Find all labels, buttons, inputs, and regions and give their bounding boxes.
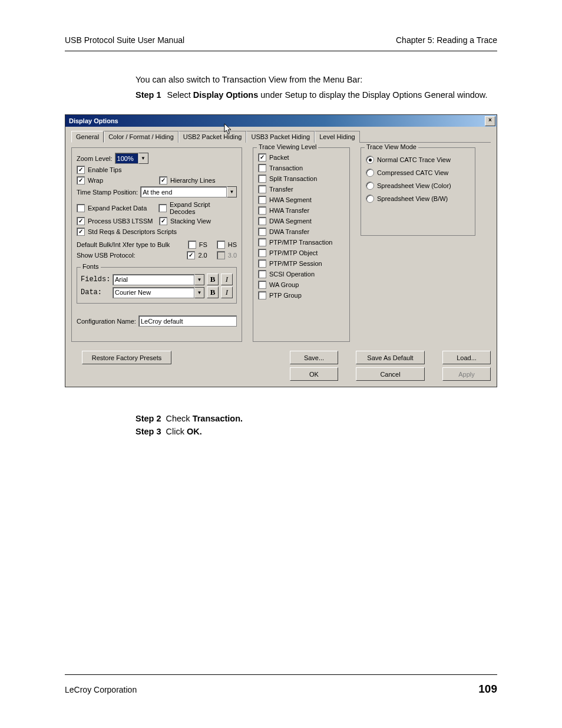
trace-view-mode-legend: Trace View Mode [365,143,418,150]
data-italic-button[interactable]: I [221,286,233,298]
trace-level-item-label: Split Transaction [269,175,317,182]
trace-level-item-label: DWA Segment [269,218,312,225]
trace-level-item-label: HWA Segment [269,196,312,203]
data-bold-button[interactable]: B [207,286,219,298]
data-font-combo[interactable]: Courier New ▼ [113,287,204,298]
checkbox-icon [258,281,266,289]
enable-tips-checkbox[interactable]: Enable Tips [77,166,121,174]
stacking-view-label: Stacking View [170,218,211,225]
expand-packet-data-checkbox[interactable]: Expand Packet Data [77,204,156,212]
save-button[interactable]: Save... [290,351,338,364]
trace-mode-spreadsheet-view-color--radio[interactable]: Spreadsheet View (Color) [366,182,451,190]
close-button[interactable]: × [485,116,495,126]
trace-level-dwa-segment-checkbox[interactable]: DWA Segment [258,217,312,225]
load-button[interactable]: Load... [442,351,491,364]
hs-checkbox[interactable]: HS [217,241,237,249]
footer-rule [65,674,497,675]
tab-usb3-packet-hiding[interactable]: USB3 Packet Hiding [246,131,315,143]
process-usb3-ltssm-label: Process USB3 LTSSM [88,218,153,225]
trace-mode-normal-catc-trace-view-radio[interactable]: Normal CATC Trace View [366,156,451,164]
chevron-down-icon[interactable]: ▼ [194,274,204,285]
fields-italic-button[interactable]: I [221,274,233,285]
trace-level-item-label: SCSI Operation [269,271,315,278]
trace-level-item-label: DWA Transfer [269,228,309,235]
checkbox-icon [77,204,85,212]
fs-checkbox[interactable]: FS [188,241,207,249]
fields-font-label: Fields: [81,275,110,284]
trace-view-mode-group: Trace View Mode Normal CATC Trace ViewCo… [361,147,475,236]
show-usb-protocol-label: Show USB Protocol: [77,252,184,259]
checkbox-icon [258,153,266,162]
checkbox-icon [77,217,85,225]
checkbox-icon [77,176,85,185]
trace-level-packet-checkbox[interactable]: Packet [258,153,289,162]
trace-level-ptp-mtp-transaction-checkbox[interactable]: PTP/MTP Transaction [258,238,332,246]
trace-level-split-transaction-checkbox[interactable]: Split Transaction [258,174,317,183]
trace-level-ptp-group-checkbox[interactable]: PTP Group [258,291,302,299]
trace-mode-spreadsheet-view-b-w--radio[interactable]: Spreadsheet View (B/W) [366,195,448,203]
title-bar: Display Options × [65,115,497,127]
step2-prefix: Check [166,414,193,423]
step2-label: Step 2 [135,414,161,423]
header-left: USB Protocol Suite User Manual [65,35,184,45]
expand-script-decodes-checkbox[interactable]: Expand Script Decodes [158,201,237,215]
save-as-default-button[interactable]: Save As Default [356,351,425,364]
hierarchy-lines-checkbox[interactable]: Hierarchy Lines [159,176,215,185]
hierarchy-lines-label: Hierarchy Lines [170,177,215,184]
ok-button[interactable]: OK [290,367,338,381]
process-usb3-ltssm-checkbox[interactable]: Process USB3 LTSSM [77,217,157,225]
step3-prefix: Click [166,427,187,436]
restore-factory-presets-button[interactable]: Restore Factory Presets [82,351,171,364]
tab-level-hiding[interactable]: Level Hiding [315,131,360,143]
checkbox-icon [77,228,85,236]
trace-level-dwa-transfer-checkbox[interactable]: DWA Transfer [258,228,309,236]
title-bar-text: Display Options [69,117,118,124]
checkbox-icon [188,241,196,249]
trace-level-scsi-operation-checkbox[interactable]: SCSI Operation [258,270,315,278]
configuration-name-input[interactable]: LeCroy default [138,315,237,327]
data-font-value: Courier New [113,287,194,298]
expand-packet-data-label: Expand Packet Data [88,205,147,212]
step1-bold: Display Options [193,90,258,100]
zoom-level-combo[interactable]: 100% ▼ [115,153,148,164]
std-reqs-checkbox[interactable]: Std Reqs & Descriptors Scripts [77,228,177,236]
wrap-checkbox[interactable]: Wrap [77,176,157,185]
trace-level-transfer-checkbox[interactable]: Transfer [258,185,293,193]
trace-mode-compressed-catc-view-radio[interactable]: Compressed CATC View [366,169,448,177]
trace-level-transaction-checkbox[interactable]: Transaction [258,164,303,172]
fields-font-combo[interactable]: Arial ▼ [113,274,204,285]
chevron-down-icon[interactable]: ▼ [227,186,237,197]
tab-color-format-hiding[interactable]: Color / Format / Hiding [104,131,178,143]
page-number: 109 [478,683,497,696]
step3-body: Click OK. [166,427,491,436]
trace-level-ptp-mtp-session-checkbox[interactable]: PTP/MTP Session [258,259,322,268]
time-stamp-position-combo[interactable]: At the end ▼ [140,186,237,197]
fields-font-value: Arial [113,274,194,285]
stacking-view-checkbox[interactable]: Stacking View [159,217,211,225]
apply-button[interactable]: Apply [442,367,491,381]
checkbox-icon [258,228,266,236]
checkbox-icon [258,164,266,172]
fields-bold-button[interactable]: B [207,274,219,285]
trace-level-hwa-segment-checkbox[interactable]: HWA Segment [258,196,312,204]
chevron-down-icon[interactable]: ▼ [138,153,148,164]
tab-general[interactable]: General [71,131,104,143]
step1-label: Step 1 [135,90,161,100]
cancel-button[interactable]: Cancel [356,367,425,381]
checkbox-icon [258,259,266,268]
chevron-down-icon[interactable]: ▼ [194,287,204,298]
step2-bold: Transaction. [193,414,243,423]
step2-body: Check Transaction. [166,414,491,423]
tab-usb2-packet-hiding[interactable]: USB2 Packet Hiding [178,131,247,143]
trace-level-item-label: PTP/MTP Object [269,249,318,256]
protocol-20-checkbox[interactable]: 2.0 [187,251,207,259]
trace-level-hwa-transfer-checkbox[interactable]: HWA Transfer [258,206,309,215]
step3-bold: OK. [187,427,202,436]
trace-level-item-label: PTP/MTP Transaction [269,239,332,246]
protocol-30-checkbox[interactable]: 3.0 [217,251,237,259]
trace-level-ptp-mtp-object-checkbox[interactable]: PTP/MTP Object [258,249,318,257]
trace-level-item-label: HWA Transfer [269,207,309,214]
expand-script-decodes-label: Expand Script Decodes [170,201,237,215]
trace-level-wa-group-checkbox[interactable]: WA Group [258,281,299,289]
step1-suffix: under Setup to display the Display Optio… [258,90,487,100]
